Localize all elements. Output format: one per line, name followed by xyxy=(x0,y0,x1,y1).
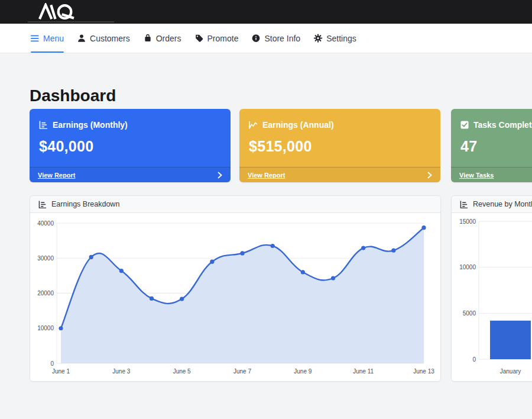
earnings-breakdown-card: Earnings Breakdown 010000200003000040000… xyxy=(30,195,441,382)
svg-text:June 1: June 1 xyxy=(52,368,70,375)
nav-item-settings[interactable]: Settings xyxy=(313,24,356,53)
active-nav-underline xyxy=(31,51,64,53)
nav-item-label: Customers xyxy=(90,34,130,43)
nav-item-label: Settings xyxy=(326,34,356,43)
earnings-line-chart: 010000200003000040000June 1June 3June 5J… xyxy=(30,213,440,382)
nav-item-promote[interactable]: Promote xyxy=(194,24,239,53)
revenue-by-month-card: Revenue by Month 050001000015000January xyxy=(451,195,532,382)
view-report-link[interactable]: View Report xyxy=(38,172,75,179)
nav-item-store-info[interactable]: Store Info xyxy=(251,24,300,53)
view-tasks-link[interactable]: View Tasks xyxy=(459,172,494,179)
chart-title: Earnings Breakdown xyxy=(51,200,119,208)
chart-title: Revenue by Month xyxy=(473,200,532,208)
bar-chart-icon xyxy=(460,201,468,208)
svg-text:20000: 20000 xyxy=(37,290,54,296)
user-icon xyxy=(77,34,86,43)
nav-item-label: Menu xyxy=(43,34,64,43)
card-title: Earnings (Annual) xyxy=(262,120,334,130)
card-title: Earnings (Monthly) xyxy=(53,120,128,130)
info-circle-icon xyxy=(251,34,261,43)
nav-item-customers[interactable]: Customers xyxy=(77,24,130,53)
card-tasks-completed: Tasks Completed 47 View Tasks xyxy=(451,109,532,182)
svg-text:January: January xyxy=(500,368,521,375)
svg-text:June 7: June 7 xyxy=(233,368,251,375)
svg-text:0: 0 xyxy=(472,356,476,363)
nav-item-orders[interactable]: Orders xyxy=(143,24,181,53)
svg-text:40000: 40000 xyxy=(37,220,54,227)
logo-underline xyxy=(28,21,114,22)
nav-item-label: Promote xyxy=(207,34,239,43)
nav-item-label: Store Info xyxy=(264,34,300,43)
svg-text:June 11: June 11 xyxy=(353,368,374,375)
tag-icon xyxy=(194,34,204,43)
card-title: Tasks Completed xyxy=(473,120,532,130)
svg-text:10000: 10000 xyxy=(37,325,54,331)
svg-text:10000: 10000 xyxy=(459,264,476,270)
nav-item-menu[interactable]: Menu xyxy=(31,24,64,53)
card-value: 47 xyxy=(451,130,532,155)
svg-text:June 13: June 13 xyxy=(413,368,434,375)
menu-icon xyxy=(31,34,40,43)
line-chart-icon xyxy=(249,121,258,129)
view-report-link[interactable]: View Report xyxy=(248,172,285,179)
svg-text:15000: 15000 xyxy=(459,218,476,225)
svg-text:5000: 5000 xyxy=(463,310,476,317)
bar-chart-icon xyxy=(38,201,47,208)
gear-icon xyxy=(313,34,323,43)
bar-chart-icon xyxy=(39,121,48,129)
svg-text:June 9: June 9 xyxy=(294,368,312,375)
svg-text:0: 0 xyxy=(50,360,54,367)
chevron-right-icon[interactable] xyxy=(427,172,432,179)
brand-logo-icon xyxy=(34,3,80,20)
main-nav: Menu Customers Orders Promote xyxy=(0,24,532,53)
top-app-bar xyxy=(0,0,532,24)
svg-text:30000: 30000 xyxy=(37,255,54,262)
dashboard-screen: Menu Customers Orders Promote xyxy=(0,0,532,419)
shopping-bag-icon xyxy=(143,34,153,43)
check-square-icon xyxy=(460,121,469,129)
page-title: Dashboard xyxy=(30,86,116,105)
card-earnings-annual: Earnings (Annual) $515,000 View Report xyxy=(239,109,440,182)
card-earnings-monthly: Earnings (Monthly) $40,000 View Report xyxy=(30,109,231,182)
svg-text:June 5: June 5 xyxy=(173,368,191,375)
chevron-right-icon[interactable] xyxy=(218,172,222,179)
card-value: $40,000 xyxy=(30,130,231,155)
revenue-bar-chart: 050001000015000January xyxy=(452,213,532,382)
nav-item-label: Orders xyxy=(156,34,181,43)
card-value: $515,000 xyxy=(239,130,440,155)
svg-text:June 3: June 3 xyxy=(112,368,130,375)
